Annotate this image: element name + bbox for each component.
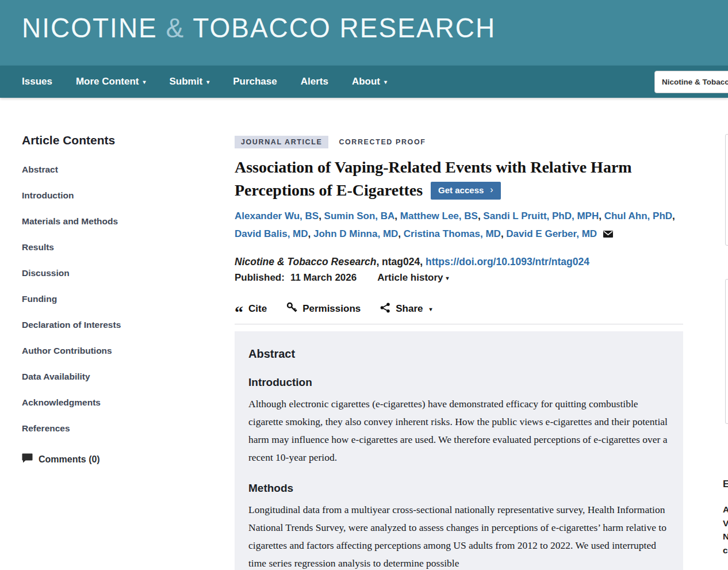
right-rail-heading-fragment: E: [723, 479, 728, 490]
permissions-button[interactable]: Permissions: [286, 302, 361, 316]
nav-item[interactable]: Issues▾: [22, 76, 52, 87]
abstract-sections: Introduction Although electronic cigaret…: [248, 376, 668, 570]
abstract-section: Methods Longitudinal data from a multiye…: [248, 482, 668, 570]
key-icon: [286, 302, 297, 316]
abstract-section-text: Although electronic cigarettes (e-cigare…: [248, 395, 668, 466]
toc-item[interactable]: References: [22, 423, 212, 434]
author-link[interactable]: Cristina Thomas, MD: [404, 228, 501, 239]
nav-item[interactable]: Submit▾: [170, 76, 210, 87]
main-nav: Issues▾More Content▾Submit▾Purchase▾Aler…: [0, 66, 728, 98]
article-history-toggle[interactable]: Article history▾: [377, 272, 449, 284]
toc-item[interactable]: Author Contributions: [22, 346, 212, 356]
cite-button[interactable]: “ Cite: [235, 303, 267, 315]
article-title: Association of Vaping-Related Events wit…: [235, 156, 683, 202]
toc-item[interactable]: Funding: [22, 294, 212, 304]
chevron-down-icon: ▾: [206, 79, 209, 85]
chevron-down-icon: ▾: [143, 79, 145, 85]
search-scope-label: Nicotine & Tobacco: [662, 78, 728, 86]
author-link[interactable]: John D Minna, MD: [313, 228, 398, 239]
right-rail-panel: [725, 279, 728, 424]
toc-item[interactable]: Results: [22, 242, 212, 253]
right-rail-line-fragment[interactable]: A: [723, 503, 728, 517]
right-rail-line-fragment[interactable]: N: [723, 530, 728, 544]
abstract-title: Abstract: [248, 347, 668, 361]
author-item: Sumin Son, BA,: [324, 211, 400, 221]
comments-label: Comments (0): [39, 454, 100, 465]
comments-link[interactable]: Comments (0): [22, 453, 212, 465]
section-divider: [235, 324, 683, 324]
author-link[interactable]: David E Gerber, MD: [506, 228, 597, 239]
author-link[interactable]: Matthew Lee, BS: [400, 211, 478, 221]
citation-line: Nicotine & Tobacco Research, ntag024, ht…: [235, 256, 683, 268]
author-item: David E Gerber, MD: [506, 228, 597, 239]
published-label: Published:: [235, 272, 285, 284]
abstract-section: Introduction Although electronic cigaret…: [248, 376, 668, 466]
toc-item[interactable]: Introduction: [22, 190, 212, 201]
action-toolbar: “ Cite Permissions Share ▾: [235, 302, 683, 316]
author-item: Cristina Thomas, MD,: [404, 228, 507, 239]
chevron-down-icon: ▾: [429, 306, 432, 312]
badge-row: JOURNAL ARTICLE CORRECTED PROOF: [235, 136, 683, 148]
author-item: John D Minna, MD,: [313, 228, 404, 239]
doi-link[interactable]: https://doi.org/10.1093/ntr/ntag024: [426, 256, 589, 267]
journal-banner: NICOTINE & TOBACCO RESEARCH: [0, 0, 728, 66]
author-link[interactable]: Alexander Wu, BS: [235, 211, 319, 221]
toc-item[interactable]: Materials and Methods: [22, 216, 212, 227]
nav-item[interactable]: Alerts▾: [301, 76, 328, 87]
right-rail-line-fragment[interactable]: V: [723, 517, 728, 530]
chevron-down-icon: ▾: [446, 275, 449, 281]
published-row: Published: 11 March 2026 Article history…: [235, 272, 683, 284]
nav-item[interactable]: About▾: [352, 76, 387, 87]
journal-name: Nicotine & Tobacco Research: [235, 256, 376, 267]
toc-item[interactable]: Declaration of Interests: [22, 320, 212, 330]
author-link[interactable]: Sandi L Pruitt, PhD, MPH: [483, 211, 599, 221]
author-item: Sandi L Pruitt, PhD, MPH,: [483, 211, 604, 221]
nav-item[interactable]: More Content▾: [76, 76, 146, 87]
right-rail-panel: [725, 134, 728, 246]
quote-icon: “: [235, 309, 243, 315]
toc-item[interactable]: Data Availability: [22, 372, 212, 382]
author-link[interactable]: David Balis, MD: [235, 228, 308, 239]
search-scope-selector[interactable]: Nicotine & Tobacco: [654, 71, 728, 93]
right-rail-line-fragment[interactable]: c: [723, 544, 728, 557]
chevron-down-icon: ▾: [384, 79, 387, 85]
author-list: Alexander Wu, BS, Sumin Son, BA, Matthew…: [235, 207, 683, 243]
author-link[interactable]: Sumin Son, BA: [324, 211, 395, 221]
citation-id: , ntag024,: [376, 256, 426, 267]
journal-article-badge: JOURNAL ARTICLE: [235, 136, 328, 148]
author-item: Alexander Wu, BS,: [235, 211, 324, 221]
toc-item[interactable]: Acknowledgments: [22, 397, 212, 408]
toc-item[interactable]: Discussion: [22, 268, 212, 278]
wordmark-text: NICOTINE: [22, 12, 166, 43]
author-item: Chul Ahn, PhD,: [604, 211, 675, 221]
comment-bubble-icon: [22, 453, 33, 465]
wordmark-text: TOBACCO RESEARCH: [185, 12, 496, 43]
article-contents-title: Article Contents: [22, 133, 212, 147]
abstract-panel: Abstract Introduction Although electroni…: [235, 331, 683, 570]
chevron-right-icon: ›: [490, 185, 493, 194]
author-item: David Balis, MD,: [235, 228, 313, 239]
right-rail-clipped-text: E AVNc: [723, 479, 728, 557]
article-main: JOURNAL ARTICLE CORRECTED PROOF Associat…: [235, 136, 683, 570]
share-button[interactable]: Share ▾: [380, 303, 432, 316]
corrected-proof-label: CORRECTED PROOF: [339, 138, 426, 146]
envelope-icon[interactable]: [603, 225, 613, 243]
author-link[interactable]: Chul Ahn, PhD: [604, 211, 672, 221]
article-contents-panel: Article Contents AbstractIntroductionMat…: [22, 133, 212, 465]
journal-wordmark: NICOTINE & TOBACCO RESEARCH: [22, 12, 496, 44]
author-item: Matthew Lee, BS,: [400, 211, 484, 221]
published-date: 11 March 2026: [290, 272, 357, 284]
abstract-section-heading: Methods: [248, 482, 668, 495]
abstract-section-heading: Introduction: [248, 376, 668, 389]
wordmark-ampersand: &: [166, 12, 185, 43]
get-access-button[interactable]: Get access›: [431, 182, 501, 200]
article-contents-list: AbstractIntroductionMaterials and Method…: [22, 165, 212, 434]
nav-items: Issues▾More Content▾Submit▾Purchase▾Aler…: [0, 66, 728, 98]
abstract-section-text: Longitudinal data from a multiyear cross…: [248, 501, 668, 570]
share-icon: [380, 303, 390, 316]
toc-item[interactable]: Abstract: [22, 165, 212, 175]
nav-item[interactable]: Purchase▾: [233, 76, 277, 87]
